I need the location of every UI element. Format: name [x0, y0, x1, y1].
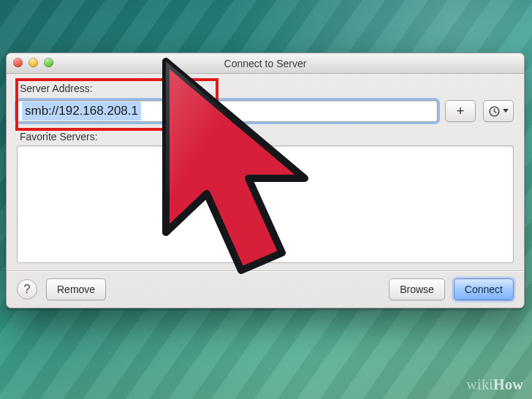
titlebar[interactable]: Connect to Server	[7, 53, 524, 74]
browse-button[interactable]: Browse	[389, 278, 445, 300]
chevron-down-icon	[503, 109, 509, 113]
close-icon[interactable]	[13, 58, 23, 67]
separator	[7, 270, 524, 271]
plus-icon: +	[457, 104, 465, 118]
server-address-input[interactable]: smb://192.168.208.1	[17, 100, 438, 122]
zoom-icon[interactable]	[44, 58, 53, 67]
watermark-prefix: wiki	[466, 376, 493, 392]
footer: ? Remove Browse Connect	[17, 278, 514, 300]
history-icon	[488, 105, 509, 118]
remove-button-label: Remove	[57, 284, 95, 295]
server-address-section: Server Address: smb://192.168.208.1 +	[17, 80, 514, 122]
connect-button[interactable]: Connect	[454, 278, 514, 300]
server-address-label: Server Address:	[20, 83, 514, 94]
history-menu-button[interactable]	[483, 100, 514, 122]
wikihow-watermark: wikiHow	[466, 376, 523, 393]
clock-icon	[488, 105, 501, 118]
browse-button-label: Browse	[400, 284, 434, 295]
window-title: Connect to Server	[224, 58, 307, 69]
traffic-lights	[13, 58, 53, 67]
server-address-row: smb://192.168.208.1 +	[17, 100, 514, 122]
watermark-suffix: How	[493, 376, 523, 392]
favorite-servers-list[interactable]	[17, 145, 514, 263]
connect-to-server-window: Connect to Server Server Address: smb://…	[6, 53, 525, 308]
server-address-value: smb://192.168.208.1	[22, 102, 141, 121]
connect-button-label: Connect	[465, 284, 503, 295]
window-body: Server Address: smb://192.168.208.1 +	[7, 74, 524, 308]
favorite-servers-label: Favorite Servers:	[20, 131, 514, 142]
minimize-icon[interactable]	[28, 58, 38, 67]
remove-button[interactable]: Remove	[46, 278, 106, 300]
add-favorite-button[interactable]: +	[445, 100, 476, 122]
help-button[interactable]: ?	[17, 279, 37, 300]
help-icon: ?	[24, 283, 31, 296]
